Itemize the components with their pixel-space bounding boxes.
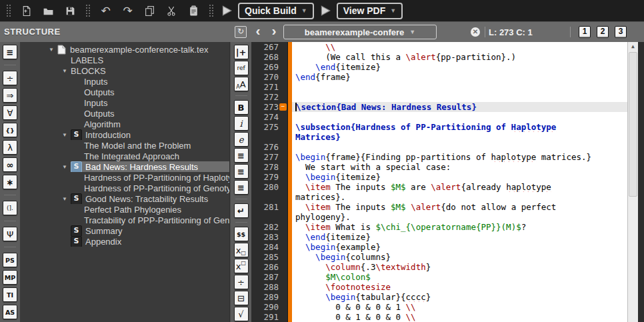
- line-number[interactable]: 284: [251, 242, 287, 252]
- newline-icon[interactable]: ↵: [234, 203, 249, 218]
- tree-item[interactable]: Perfect Path Phylogenies: [20, 204, 229, 215]
- align-center-icon[interactable]: ≡: [234, 164, 249, 179]
- asymptote-icon[interactable]: AS: [3, 305, 17, 319]
- align-left-icon[interactable]: ≡: [234, 148, 249, 163]
- code-text[interactable]: matrices}.: [292, 192, 627, 202]
- quick-build-dropdown[interactable]: Quick Build▼: [238, 3, 314, 19]
- code-text[interactable]: [292, 92, 627, 102]
- code-text[interactable]: \end{itemize}: [292, 232, 627, 242]
- tree-item[interactable]: Algorithm: [20, 119, 229, 129]
- code-line[interactable]: 272: [251, 92, 627, 102]
- code-line[interactable]: 267 \\: [251, 42, 627, 52]
- code-text[interactable]: \end{itemize}: [292, 62, 627, 72]
- line-number[interactable]: 268: [251, 52, 287, 62]
- code-text[interactable]: \footnotesize: [292, 282, 627, 292]
- code-text[interactable]: \end{frame}: [292, 72, 627, 82]
- tree-item[interactable]: ▼SIntroduction: [20, 129, 229, 140]
- misc-symbols-icon[interactable]: ∀: [3, 105, 17, 120]
- code-line[interactable]: 290 0 & 0 & 0 & 1 \\: [251, 302, 627, 312]
- code-text[interactable]: \item What is $\chi_{\operatorname{PP}}(…: [292, 222, 627, 232]
- tree-item[interactable]: Hardness of PP-Partitioning of Genotyp: [20, 183, 229, 193]
- line-number[interactable]: 282: [251, 222, 287, 232]
- new-document-icon[interactable]: [19, 3, 34, 19]
- line-number[interactable]: 288: [251, 282, 287, 292]
- line-number[interactable]: 286: [251, 262, 287, 272]
- code-line[interactable]: 274: [251, 112, 627, 122]
- line-number[interactable]: 272: [251, 92, 287, 102]
- code-line[interactable]: 282 \item What is $\chi_{\operatorname{P…: [251, 222, 627, 232]
- expander-triangle-icon[interactable]: ▼: [59, 68, 71, 74]
- line-number[interactable]: 283: [251, 232, 287, 242]
- bold-icon[interactable]: B: [234, 100, 249, 115]
- tree-item[interactable]: Outputs: [20, 87, 229, 97]
- code-text[interactable]: \section{Bad News: Hardness Results}: [292, 102, 627, 112]
- delimiters-icon[interactable]: {}: [3, 123, 17, 137]
- inline-frac-icon[interactable]: ÷: [234, 275, 249, 289]
- align-right-icon[interactable]: ≡: [234, 180, 249, 195]
- code-line[interactable]: 275\subsection{Hardness of PP-Partitioni…: [251, 122, 627, 132]
- copy-icon[interactable]: [142, 3, 157, 19]
- relation-symbols-icon[interactable]: ÷: [3, 71, 17, 85]
- editor-scrollbar[interactable]: ▲: [627, 42, 638, 322]
- italic-icon[interactable]: i: [234, 116, 249, 131]
- sqrt-icon[interactable]: √: [234, 307, 249, 321]
- tree-item[interactable]: ▼SBad News: Hardness Results: [20, 161, 229, 172]
- code-line[interactable]: 280 \item The inputs $M$ are \alert{alre…: [251, 182, 627, 192]
- code-line[interactable]: 286 \column{.3\textwidth}: [251, 262, 627, 272]
- line-number[interactable]: 271: [251, 82, 287, 92]
- code-text[interactable]: [292, 142, 627, 152]
- line-number[interactable]: 275: [251, 122, 287, 132]
- code-text[interactable]: We start with a special case:: [292, 162, 627, 172]
- toolbar-drag-handle[interactable]: [85, 4, 91, 17]
- code-line[interactable]: 270\end{frame}: [251, 72, 627, 82]
- user-symbols-icon[interactable]: Ψ: [3, 227, 17, 241]
- toolbar-drag-handle[interactable]: [209, 4, 214, 17]
- redo-icon[interactable]: ↷: [120, 3, 135, 19]
- editor-view-button-3[interactable]: 3: [615, 26, 627, 38]
- previous-document-icon[interactable]: ‹: [253, 23, 263, 39]
- paste-icon[interactable]: [186, 3, 201, 19]
- scrollbar-thumb[interactable]: [629, 52, 637, 197]
- code-text[interactable]: \\: [292, 42, 627, 52]
- line-number[interactable]: 278: [251, 162, 287, 172]
- tree-item[interactable]: SAppendix: [20, 236, 229, 247]
- greek-letters-icon[interactable]: λ: [3, 140, 17, 155]
- code-line[interactable]: 285 \begin{columns}: [251, 252, 627, 262]
- code-text[interactable]: Matrices}: [292, 132, 627, 142]
- save-icon[interactable]: [63, 3, 78, 19]
- code-text[interactable]: [292, 112, 627, 122]
- line-number[interactable]: 270: [251, 72, 287, 82]
- code-line[interactable]: 289 \begin{tabular}{cccc}: [251, 292, 627, 302]
- tree-item[interactable]: ▼beamerexample-conference-talk.tex: [20, 44, 229, 55]
- code-line[interactable]: 287 $M\colon$: [251, 272, 627, 282]
- line-number[interactable]: 267: [251, 42, 287, 52]
- metapost-icon[interactable]: MP: [3, 270, 17, 285]
- expander-triangle-icon[interactable]: ▼: [59, 196, 71, 202]
- undo-icon[interactable]: ↶: [98, 3, 113, 19]
- tree-item[interactable]: Tractability of PPP-Partitioning of Geno: [20, 215, 229, 225]
- code-line[interactable]: 273−\section{Bad News: Hardness Results}: [251, 102, 627, 112]
- code-text[interactable]: \begin{frame}{Finding pp-partitions of h…: [292, 152, 627, 162]
- left-delimiters-icon[interactable]: (].: [3, 201, 17, 215]
- tikz-icon[interactable]: TI: [3, 287, 17, 302]
- subscript-icon[interactable]: x□: [234, 243, 249, 257]
- line-number[interactable]: 279: [251, 172, 287, 182]
- document-tab[interactable]: beamerexample-confere ▼: [283, 25, 437, 39]
- code-line[interactable]: 291 0 & 1 & 0 & 0 \\: [251, 312, 627, 322]
- line-number[interactable]: [251, 192, 287, 202]
- tree-item[interactable]: SSummary: [20, 225, 229, 236]
- code-line[interactable]: 283 \end{itemize}: [251, 232, 627, 242]
- line-number[interactable]: [251, 132, 287, 142]
- display-frac-icon[interactable]: ⊟: [234, 291, 249, 305]
- math-mode-icon[interactable]: $$: [234, 227, 249, 241]
- line-number[interactable]: 276: [251, 142, 287, 152]
- tree-item[interactable]: Inputs: [20, 76, 229, 87]
- code-line[interactable]: 271: [251, 82, 627, 92]
- code-line[interactable]: 278 We start with a special case:: [251, 162, 627, 172]
- code-text[interactable]: \begin{tabular}{cccc}: [292, 292, 627, 302]
- code-text[interactable]: \begin{example}: [292, 242, 627, 252]
- arrow-symbols-icon[interactable]: ⇒: [3, 88, 17, 103]
- code-text[interactable]: 0 & 0 & 0 & 1 \\: [292, 302, 627, 312]
- line-number[interactable]: 274: [251, 112, 287, 122]
- footnote-icon[interactable]: AA: [234, 77, 249, 91]
